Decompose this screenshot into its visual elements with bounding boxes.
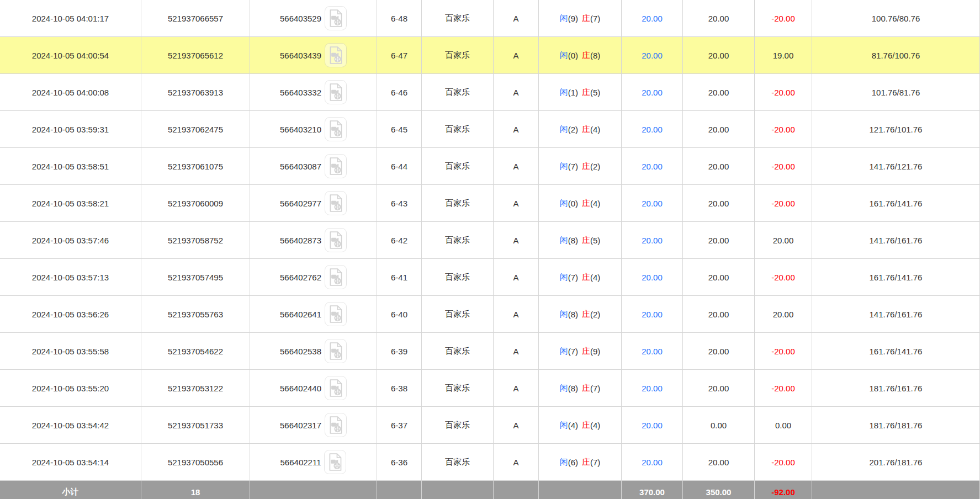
game-round-cell: 566402762 [250, 259, 377, 295]
table-name: A [494, 0, 539, 36]
table-row[interactable]: 2024-10-05 03:55:58 521937054622 5664025… [0, 333, 980, 370]
valid-bet-amount: 20.00 [683, 259, 755, 295]
table-row[interactable]: 2024-10-05 03:58:21 521937060009 5664029… [0, 185, 980, 222]
video-replay-button[interactable] [325, 43, 347, 67]
video-replay-button[interactable] [325, 302, 347, 326]
win-loss-amount: -20.00 [755, 185, 812, 221]
player-score: (7) [568, 273, 578, 282]
shoe-round-number: 6-48 [377, 0, 422, 36]
player-score: (7) [568, 162, 578, 171]
video-replay-button[interactable] [325, 154, 347, 178]
game-result: 闲(7)庄(9) [539, 333, 622, 369]
subtotal-empty-cell [377, 481, 422, 499]
table-row[interactable]: 2024-10-05 03:54:42 521937051733 5664023… [0, 407, 980, 444]
banker-result-label: 庄 [582, 457, 590, 468]
banker-score: (2) [590, 162, 600, 171]
video-file-icon [327, 453, 343, 471]
player-result-label: 闲 [560, 309, 568, 320]
game-round-id: 566402762 [280, 273, 321, 282]
video-file-icon [328, 194, 343, 213]
banker-score: (4) [590, 421, 600, 430]
shoe-round-number: 6-44 [377, 148, 422, 184]
video-replay-button[interactable] [325, 228, 347, 252]
table-name: A [494, 407, 539, 443]
game-type: 百家乐 [422, 0, 494, 36]
shoe-round-number: 6-39 [377, 333, 422, 369]
game-type: 百家乐 [422, 148, 494, 184]
game-round-cell: 566402440 [250, 370, 377, 406]
bet-time: 2024-10-05 03:55:20 [0, 370, 141, 406]
game-round-cell: 566402641 [250, 296, 377, 332]
game-round-id: 566402977 [280, 199, 321, 208]
win-loss-amount: -20.00 [755, 111, 812, 147]
table-name: A [494, 185, 539, 221]
player-result-label: 闲 [560, 161, 568, 172]
table-row[interactable]: 2024-10-05 03:57:46 521937058752 5664028… [0, 222, 980, 259]
table-name: A [494, 333, 539, 369]
table-row[interactable]: 2024-10-05 03:55:20 521937053122 5664024… [0, 370, 980, 407]
bet-id: 521937065612 [141, 37, 250, 73]
valid-bet-amount: 20.00 [683, 370, 755, 406]
valid-bet-amount: 20.00 [683, 185, 755, 221]
balance-before-after: 141.76/121.76 [812, 148, 980, 184]
game-round-id: 566402440 [280, 384, 321, 393]
game-type: 百家乐 [422, 333, 494, 369]
banker-score: (2) [590, 310, 600, 319]
shoe-round-number: 6-38 [377, 370, 422, 406]
video-file-icon [328, 83, 343, 102]
win-loss-amount: 20.00 [755, 296, 812, 332]
video-file-icon [328, 120, 343, 139]
video-replay-button[interactable] [325, 265, 347, 289]
bet-id: 521937066557 [141, 0, 250, 36]
game-round-cell: 566402873 [250, 222, 377, 258]
subtotal-row: 小计 18 370.00 350.00 -92.00 [0, 481, 980, 499]
bet-id: 521937058752 [141, 222, 250, 258]
video-replay-button[interactable] [324, 450, 346, 474]
video-replay-button[interactable] [325, 80, 347, 104]
game-result: 闲(4)庄(4) [539, 407, 622, 443]
game-result: 闲(7)庄(2) [539, 148, 622, 184]
shoe-round-number: 6-37 [377, 407, 422, 443]
table-row[interactable]: 2024-10-05 04:00:54 521937065612 5664034… [0, 37, 980, 74]
balance-before-after: 161.76/141.76 [812, 333, 980, 369]
banker-result-label: 庄 [582, 346, 590, 357]
player-result-label: 闲 [560, 457, 568, 468]
video-replay-button[interactable] [325, 339, 347, 363]
video-replay-button[interactable] [325, 6, 347, 30]
subtotal-record-count: 18 [141, 481, 250, 499]
player-result-label: 闲 [560, 198, 568, 209]
bet-amount: 20.00 [622, 444, 683, 480]
win-loss-amount: -20.00 [755, 0, 812, 36]
game-round-id: 566402641 [280, 310, 321, 319]
valid-bet-amount: 20.00 [683, 111, 755, 147]
bet-id: 521937053122 [141, 370, 250, 406]
win-loss-amount: -20.00 [755, 259, 812, 295]
table-name: A [494, 444, 539, 480]
game-result: 闲(6)庄(7) [539, 444, 622, 480]
table-row[interactable]: 2024-10-05 03:54:14 521937050556 5664022… [0, 444, 980, 481]
player-result-label: 闲 [560, 235, 568, 246]
banker-score: (7) [590, 458, 600, 467]
game-type: 百家乐 [422, 407, 494, 443]
video-replay-button[interactable] [325, 413, 347, 437]
valid-bet-amount: 20.00 [683, 0, 755, 36]
subtotal-bet-total: 370.00 [622, 481, 683, 499]
video-replay-button[interactable] [325, 376, 347, 400]
table-row[interactable]: 2024-10-05 03:57:13 521937057495 5664027… [0, 259, 980, 296]
banker-result-label: 庄 [582, 235, 590, 246]
table-row[interactable]: 2024-10-05 03:59:31 521937062475 5664032… [0, 111, 980, 148]
game-round-id: 566403087 [280, 162, 321, 171]
game-result: 闲(7)庄(4) [539, 259, 622, 295]
valid-bet-amount: 0.00 [683, 407, 755, 443]
table-row[interactable]: 2024-10-05 04:01:17 521937066557 5664035… [0, 0, 980, 37]
table-row[interactable]: 2024-10-05 04:00:08 521937063913 5664033… [0, 74, 980, 111]
table-row[interactable]: 2024-10-05 03:58:51 521937061075 5664030… [0, 148, 980, 185]
bet-amount: 20.00 [622, 111, 683, 147]
game-round-cell: 566403210 [250, 111, 377, 147]
shoe-round-number: 6-46 [377, 74, 422, 110]
game-type: 百家乐 [422, 111, 494, 147]
video-replay-button[interactable] [325, 191, 347, 215]
video-replay-button[interactable] [325, 117, 347, 141]
table-row[interactable]: 2024-10-05 03:56:26 521937055763 5664026… [0, 296, 980, 333]
bet-time: 2024-10-05 04:01:17 [0, 0, 141, 36]
